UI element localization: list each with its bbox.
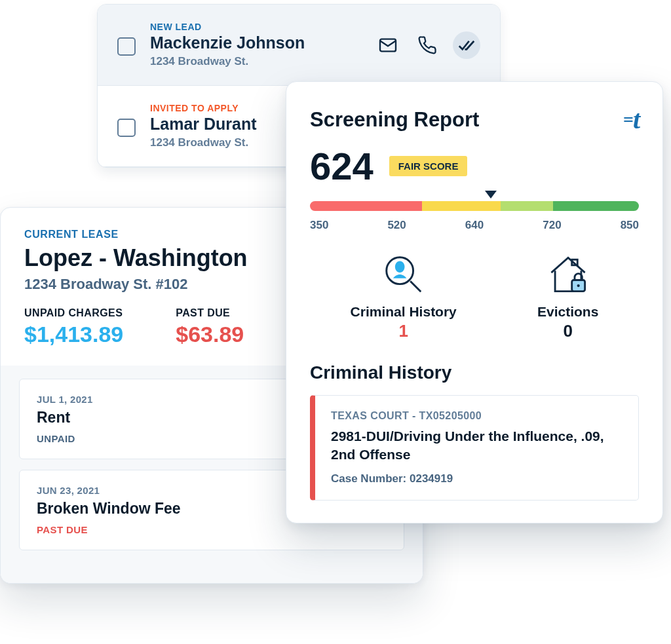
person-search-icon — [381, 252, 427, 297]
phone-icon[interactable] — [413, 31, 441, 59]
lead-status: NEW LEAD — [150, 22, 360, 32]
charge-item: Broken Window Fee — [37, 500, 181, 518]
record-court: TEXAS COURT - TX05205000 — [331, 410, 623, 422]
unpaid-label: UNPAID CHARGES — [24, 307, 123, 319]
mail-icon[interactable] — [374, 31, 402, 59]
gauge-seg-fair — [422, 201, 501, 211]
tick: 850 — [621, 219, 639, 232]
pastdue-block: PAST DUE $63.89 — [176, 307, 244, 347]
pastdue-value: $63.89 — [176, 322, 244, 347]
gauge-seg-poor — [310, 201, 422, 211]
gauge-seg-great — [553, 201, 639, 211]
charge-status: UNPAID — [37, 433, 93, 444]
lead-checkbox[interactable] — [117, 37, 136, 56]
screening-title: Screening Report — [310, 108, 479, 132]
charge-item: Rent — [37, 409, 93, 426]
gauge-bar — [310, 201, 639, 211]
history-row: Criminal History 1 Evictions 0 — [310, 252, 639, 341]
criminal-count: 1 — [351, 321, 457, 341]
charge-date: JUL 1, 2021 — [37, 394, 93, 405]
record-case: Case Number: 0234919 — [331, 472, 623, 485]
gauge-ticks: 350 520 640 720 850 — [310, 219, 639, 232]
brand-logo: t — [623, 104, 639, 135]
score-badge: FAIR SCORE — [389, 156, 468, 176]
tick: 720 — [543, 219, 561, 232]
lead-checkbox[interactable] — [117, 119, 136, 137]
score-marker — [485, 191, 497, 199]
charge-left: JUL 1, 2021 Rent UNPAID — [37, 394, 93, 444]
criminal-record[interactable]: TEXAS COURT - TX05205000 2981-DUI/Drivin… — [310, 395, 639, 501]
pastdue-label: PAST DUE — [176, 307, 244, 319]
tick: 520 — [387, 219, 406, 232]
screening-header: Screening Report t — [310, 104, 639, 135]
credit-score: 624 — [310, 144, 374, 188]
evictions-label: Evictions — [537, 304, 598, 320]
lead-address: 1234 Broadway St. — [150, 55, 360, 68]
score-gauge: 350 520 640 720 850 — [310, 201, 639, 232]
lead-name: Mackenzie Johnson — [150, 33, 360, 52]
lead-row[interactable]: NEW LEAD Mackenzie Johnson 1234 Broadway… — [98, 5, 500, 86]
criminal-history-block: Criminal History 1 — [351, 252, 457, 341]
tick: 350 — [310, 219, 328, 232]
charge-date: JUN 23, 2021 — [37, 485, 181, 496]
gauge-seg-good — [501, 201, 553, 211]
score-row: 624 FAIR SCORE — [310, 144, 639, 188]
charge-left: JUN 23, 2021 Broken Window Fee PAST DUE — [37, 485, 181, 535]
criminal-section-title: Criminal History — [310, 362, 639, 383]
evictions-block: Evictions 0 — [537, 252, 598, 341]
unpaid-value: $1,413.89 — [24, 322, 123, 347]
criminal-label: Criminal History — [351, 304, 457, 320]
approve-icon[interactable] — [453, 31, 480, 59]
lead-actions — [374, 31, 480, 59]
tick: 640 — [465, 219, 484, 232]
house-lock-icon — [544, 252, 592, 297]
screening-report-card: Screening Report t 624 FAIR SCORE 350 52… — [286, 81, 663, 523]
svg-point-4 — [577, 284, 579, 287]
record-charge: 2981-DUI/Driving Under the Influence, .0… — [331, 427, 623, 464]
lead-text: NEW LEAD Mackenzie Johnson 1234 Broadway… — [150, 22, 360, 68]
evictions-count: 0 — [537, 321, 598, 341]
charge-status: PAST DUE — [37, 524, 181, 535]
unpaid-block: UNPAID CHARGES $1,413.89 — [24, 307, 123, 347]
